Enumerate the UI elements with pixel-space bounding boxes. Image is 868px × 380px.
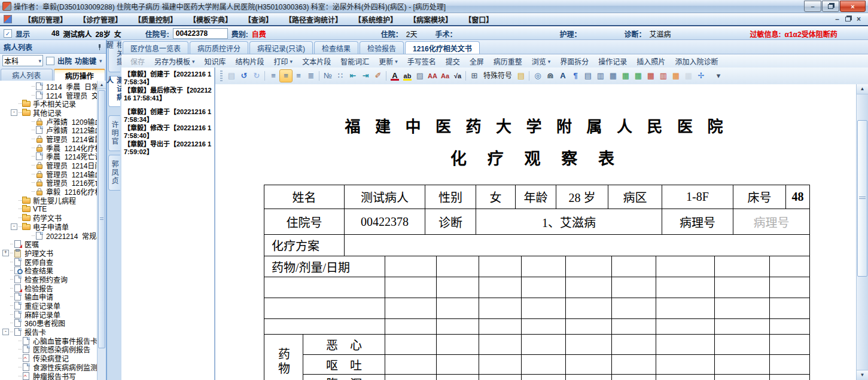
menu-item[interactable]: 【系统维护】 [348, 13, 403, 26]
scrollbar-thumb[interactable] [857, 120, 867, 277]
form-empty-cell[interactable] [479, 298, 522, 319]
tree-item[interactable]: 360患者视图 [0, 319, 98, 328]
tree-expander[interactable]: + [2, 250, 9, 256]
tree-item[interactable]: 1214_管理员_交班 [0, 91, 98, 100]
numbered-list-icon[interactable] [322, 70, 334, 82]
toolbar-button[interactable]: 知识库▾ [200, 55, 230, 68]
close-button[interactable]: × [840, 1, 866, 12]
form-empty-cell[interactable] [437, 319, 479, 335]
form-empty-cell[interactable] [522, 335, 566, 355]
fill-color-icon[interactable] [414, 70, 426, 82]
align-center-icon[interactable] [280, 70, 292, 82]
font-color-icon[interactable] [389, 70, 401, 82]
tree-item[interactable]: 卢雅婧_1212输血 [0, 125, 98, 134]
toolbar-button[interactable]: 更新▾ [374, 55, 402, 68]
scroll-up-arrow[interactable]: ▲ [857, 84, 868, 94]
form-empty-cell[interactable] [656, 375, 715, 380]
separator[interactable] [385, 70, 388, 82]
form-sex-value[interactable]: 女 [476, 185, 516, 209]
form-empty-cell[interactable] [385, 277, 437, 298]
menu-item[interactable]: 【病历管理】 [18, 13, 73, 26]
department-select[interactable]: 本科 ▾ [2, 55, 43, 66]
form-empty-cell[interactable] [522, 375, 566, 380]
form-empty-cell[interactable] [437, 256, 479, 277]
tree-item[interactable]: 肿瘤报告书写 [0, 372, 98, 380]
form-empty-cell[interactable] [479, 335, 522, 355]
toolbar-button[interactable]: 结构片段▾ [232, 55, 269, 68]
form-empty-cell[interactable] [385, 256, 437, 277]
mdi-restore-button[interactable] [845, 17, 851, 22]
mdi-minimize-button[interactable]: – [835, 15, 839, 23]
document-scrollbar[interactable]: ▲ ▼ [856, 84, 868, 380]
tree-item[interactable]: 医嘱 [0, 240, 98, 249]
form-diagnosis-value[interactable]: 1、艾滋病 [476, 209, 662, 235]
find-icon[interactable] [544, 70, 556, 82]
admission-no-input[interactable]: 00422378 [173, 28, 228, 39]
form-name-value[interactable]: 测试病人 [345, 185, 425, 209]
form-empty-cell[interactable] [612, 335, 656, 355]
strip-tab-patient-3[interactable]: 郭凤贞 [108, 155, 120, 191]
tree-item[interactable]: 手术相关记录 [0, 99, 98, 108]
tree-item[interactable]: 季晨_1214死亡记 [0, 152, 98, 161]
toolbar-grip[interactable] [220, 71, 223, 81]
tree-item[interactable]: VTE [0, 205, 98, 214]
tree-expander[interactable]: - [11, 223, 17, 230]
tree-item[interactable]: 医院感染病例报告 [0, 345, 98, 354]
align-left-icon[interactable] [267, 70, 279, 82]
form-empty-cell[interactable] [566, 375, 612, 380]
toolbar-button[interactable]: 打印▾ [270, 55, 297, 68]
document-tab[interactable]: 病历质控评分 [190, 41, 248, 54]
toolbar-button[interactable]: 操作记录▾ [594, 55, 631, 68]
tree-item[interactable]: 季晨_1214化疗相 [0, 143, 98, 152]
form-empty-cell[interactable] [715, 256, 770, 277]
undo-icon[interactable] [238, 70, 250, 82]
document-tab[interactable]: 检查结果 [314, 41, 358, 54]
form-empty-cell[interactable] [479, 319, 522, 335]
toolbar-button[interactable]: 插入照片▾ [632, 55, 669, 68]
toolbar-button[interactable]: 全屏▾ [465, 55, 488, 68]
insert-col-icon[interactable] [632, 70, 644, 82]
menu-item[interactable]: 【模板字典】 [183, 13, 238, 26]
document-tab[interactable]: 病程记录(只读) [249, 41, 313, 54]
form-empty-cell[interactable] [522, 277, 566, 298]
form-empty-cell[interactable] [715, 355, 770, 375]
special-symbols-button[interactable] [481, 70, 514, 82]
form-pathology-input[interactable]: 病理号 [733, 209, 810, 235]
tree-item[interactable]: - 报告卡 [0, 327, 98, 336]
menu-item[interactable]: 【查询】 [238, 13, 279, 26]
form-empty-cell[interactable] [566, 355, 612, 375]
strip-tab-patient-2[interactable]: 许明官 [108, 115, 120, 151]
tree-scrollbar[interactable]: ▲ [97, 81, 106, 380]
form-empty-cell[interactable] [566, 335, 612, 355]
form-empty-cell[interactable] [770, 375, 810, 380]
form-chemo-plan-value[interactable] [345, 235, 810, 256]
separator[interactable] [528, 70, 531, 82]
form-empty-cell[interactable] [437, 355, 479, 375]
bullet-list-icon[interactable] [334, 70, 346, 82]
insert-row-icon[interactable] [620, 70, 632, 82]
menu-item[interactable]: 【窗口】 [458, 13, 499, 26]
form-bed-value[interactable]: 48 [786, 185, 810, 209]
mdi-close-button[interactable]: × [857, 15, 861, 23]
font-shrink-icon[interactable] [439, 70, 451, 82]
tree-item[interactable]: 麻醉记录单 [0, 310, 98, 319]
paragraph-icon[interactable] [569, 70, 581, 82]
tree-item[interactable]: 卢雅婧_1209输血 [0, 117, 98, 126]
toolbar-button[interactable]: 提交▾ [441, 55, 464, 68]
scrollbar-thumb[interactable] [98, 90, 105, 348]
outdent-icon[interactable] [347, 70, 359, 82]
toolbar-button[interactable]: 添加入院诊断▾ [671, 55, 722, 68]
tree-item[interactable]: 管理员_1214日间 [0, 161, 98, 170]
form-empty-cell[interactable] [479, 355, 522, 375]
toolbar-button[interactable]: 另存为模板▾ [150, 55, 199, 68]
doc-settings-icon[interactable] [595, 70, 607, 82]
separator[interactable] [318, 70, 321, 82]
formula-icon[interactable] [452, 70, 464, 82]
tree-item[interactable]: 重症记录单 [0, 301, 98, 310]
document-editor[interactable]: 福 建 中 医 药 大 学 附 属 人 民 医 院 化 疗 观 察 表 姓名 测… [215, 84, 857, 380]
tree-item[interactable]: 心脑血管事件报告卡 [0, 336, 98, 345]
form-empty-cell[interactable] [479, 277, 522, 298]
form-empty-cell[interactable] [566, 298, 612, 319]
form-empty-cell[interactable] [264, 277, 385, 298]
toolbar-button[interactable]: 文本片段▾ [298, 55, 335, 68]
